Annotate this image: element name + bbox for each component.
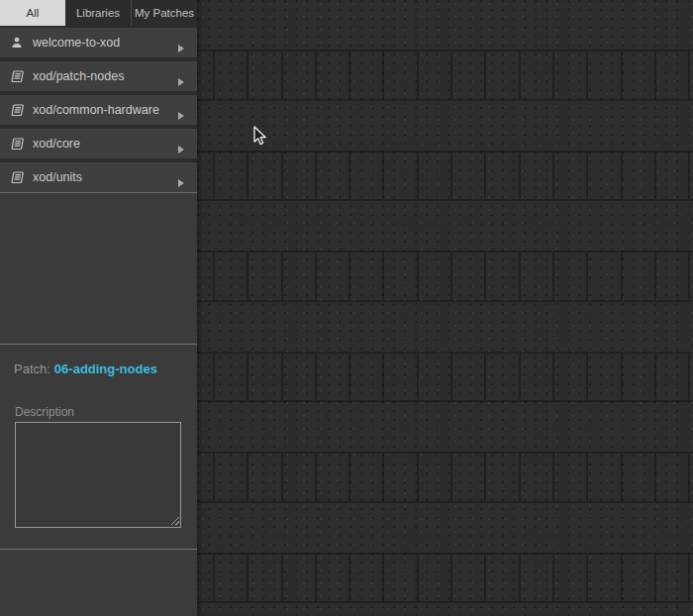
- patch-line: Patch:06-adding-nodes: [14, 361, 183, 376]
- sidebar-footer: [0, 550, 197, 616]
- description-field-wrap: [15, 422, 181, 528]
- chevron-right-icon: [178, 39, 184, 47]
- patch-label: Patch:: [14, 361, 50, 376]
- project-browser-sidebar: All Libraries My Patches welcome-to-xod: [0, 0, 197, 616]
- tab-my-patches[interactable]: My Patches: [132, 0, 197, 26]
- patch-name-link[interactable]: 06-adding-nodes: [54, 361, 157, 376]
- user-icon: [10, 37, 24, 50]
- description-textarea[interactable]: [15, 422, 181, 528]
- patch-canvas[interactable]: [197, 0, 693, 616]
- patch-info-panel: Patch:06-adding-nodes Description: [0, 345, 197, 549]
- list-item-xod-patch-nodes[interactable]: xod/patch-nodes: [0, 61, 197, 91]
- description-label: Description: [15, 405, 183, 419]
- tab-libraries[interactable]: Libraries: [65, 0, 132, 26]
- chevron-right-icon: [178, 173, 184, 181]
- chevron-right-icon: [178, 106, 184, 114]
- list-item-label: xod/core: [33, 137, 178, 151]
- sidebar-empty-area: [0, 193, 197, 344]
- list-item-label: xod/common-hardware: [33, 103, 178, 117]
- book-icon: [10, 138, 24, 151]
- list-item-xod-core[interactable]: xod/core: [0, 129, 197, 158]
- book-icon: [10, 171, 24, 184]
- book-icon: [10, 70, 24, 83]
- chevron-right-icon: [178, 72, 184, 80]
- browser-tab-bar: All Libraries My Patches: [0, 0, 197, 26]
- tab-all[interactable]: All: [0, 0, 65, 26]
- mouse-cursor-icon: [253, 126, 266, 146]
- chevron-right-icon: [178, 140, 184, 148]
- list-item-xod-common-hardware[interactable]: xod/common-hardware: [0, 95, 197, 125]
- library-list: welcome-to-xod xod/pat: [0, 26, 197, 193]
- list-item-label: xod/units: [33, 170, 178, 184]
- list-item-label: xod/patch-nodes: [33, 69, 178, 83]
- list-item-label: welcome-to-xod: [33, 36, 178, 50]
- xod-ide-window: All Libraries My Patches welcome-to-xod: [0, 0, 693, 616]
- list-item-welcome-to-xod[interactable]: welcome-to-xod: [0, 28, 197, 57]
- book-icon: [10, 104, 24, 117]
- list-item-xod-units[interactable]: xod/units: [0, 162, 197, 192]
